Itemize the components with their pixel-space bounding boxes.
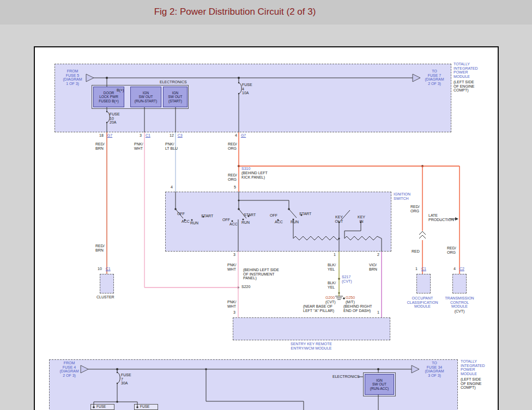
to-fuse7-ref: TO FUSE 7 (DIAGRAM 2 OF 3) [422, 69, 447, 85]
connector-code: G7 [107, 133, 112, 138]
connector-code: C3 [178, 133, 183, 138]
title-bar: Fig 2: Power Distribution Circuit (2 of … [0, 0, 532, 25]
sentry-pin-1: 1 [377, 310, 379, 315]
connector-code: C1 [106, 267, 111, 271]
to-fuse34-ref: TO FUSE 34 (DIAGRAM 3 OF 3) [422, 361, 447, 377]
switch-pos-run: RUN [190, 221, 198, 225]
wire-label-blk-yel-up: BLK/ YEL [328, 263, 336, 271]
sentry-module-label: SENTRY KEY REMOTE ENTRY/WCM MODULE [257, 342, 366, 350]
wire-label-red-org-right: RED/ ORG [410, 205, 420, 213]
fuse4-label: FUSE 4 10A [242, 83, 252, 95]
ign-sw-out-run-start-pin-box: IGN SW OUT (RUN-START) [130, 87, 161, 107]
from-fuse4-ref: FROM FUSE 4 (DIAGRAM 2 OF 3) [57, 361, 82, 377]
late-production-note: LATE PRODUCTION [428, 213, 454, 222]
tcm-box [452, 274, 467, 293]
switch-pos-acc: ACC [182, 219, 190, 224]
wire-label-red-brn-low: RED/ BRN [95, 244, 105, 252]
page: { "header": {"title": "Fig 2: Power Dist… [0, 0, 532, 410]
ign-sw-out-start-pin-box: IGN SW OUT (START) [163, 87, 188, 107]
ign-sw-out-run-acc-pin-box: IGN SW OUT (RUN-ACC) [365, 374, 394, 395]
switch-pos-start: START [299, 212, 311, 216]
switch-pos-run: RUN [241, 221, 250, 225]
sentry-pin-3: 3 [233, 310, 235, 315]
from-fuse5-ref: FROM FUSE 5 (DIAGRAM 1 OF 3) [60, 69, 85, 85]
tipm-pin-18: 18G7 [99, 133, 112, 138]
pin-number: 10 [98, 267, 102, 271]
connector-code: C2 [460, 267, 464, 271]
pin-number: 1 [415, 267, 418, 271]
electronics-label-top: ELECTRONICS [160, 80, 187, 84]
ignition-pin-5: 5 [234, 185, 236, 189]
pin-number: 18 [99, 133, 104, 138]
wire-label-pnk-wht-mid: PNK/ WHT [227, 263, 236, 271]
ground-g200-location: (NEAR BASE OF LEFT "A" PILLAR) [303, 304, 334, 313]
wire-label-pnk-wht-top: PNK/ WHT [134, 142, 143, 150]
ground-g200: G200 [325, 296, 335, 300]
tipm-pin-3: 3C1 [140, 133, 150, 138]
tipm-top-location: (LEFT SIDE OF ENGINE COMPT) [454, 80, 475, 93]
key-in-label: KEY IN [357, 215, 366, 223]
wire-label-pnk-wht-low: PNK/ WHT [227, 300, 236, 308]
splice-s220-location: (BEHIND LEFT SIDE OF INSTRUMENT PANEL) [243, 268, 279, 280]
ignition-switch-label: IGNITION SWITCH [394, 192, 410, 200]
figure-title: Fig 2: Power Distribution Circuit (2 of … [0, 7, 470, 17]
cluster-box [100, 274, 114, 293]
fuse7-label: FUSE 7 30A [121, 373, 131, 385]
switch-pos-start: START [201, 214, 213, 218]
wire-label-pnk-lt-blu: PNK/ LT BLU [165, 142, 178, 150]
switch-pos-acc: ACC [275, 220, 283, 224]
fuse10-label: FUSE 10 20A [110, 112, 120, 125]
connector-code: C1 [421, 267, 426, 271]
fuse-partial-label-2: FUSE [140, 405, 149, 408]
sentry-key-module-box [233, 317, 390, 340]
cluster-pin-10: 10C1 [98, 267, 111, 271]
tipm-bottom-module-box [49, 359, 458, 410]
switch-pos-run: RUN [291, 220, 299, 224]
electronics-label-bottom: ELECTRONICS [332, 375, 360, 379]
splice-s310-location: (BEHIND LEFT KICK PANEL) [241, 171, 268, 179]
connector-code: G7 [241, 133, 246, 138]
switch-pos-acc: ACC [229, 222, 238, 227]
switch-pos-off: OFF [177, 212, 185, 216]
wire-label-blk-yel-low: BLK/ YEL [328, 281, 336, 289]
splice-s310: S310 [241, 167, 250, 171]
key-out-label: KEY OUT [334, 215, 344, 223]
pin-number: 3 [140, 133, 142, 138]
pin-number: 4 [235, 133, 237, 138]
ocm-pin-1: 1C1 [415, 267, 426, 271]
ground-g250-sub: (M/T) [346, 300, 355, 304]
tipm-bottom-name: TOTALLY INTEGRATED POWER MODULE [461, 359, 485, 376]
tipm-pin-12: 12C3 [170, 133, 183, 138]
pin-number: 4 [454, 267, 456, 271]
ocm-box [416, 274, 431, 293]
cluster-label: CLUSTER [96, 295, 114, 299]
fuse-partial-label-1: FUSE [96, 405, 106, 408]
ignition-pin-2: 2 [377, 253, 379, 257]
switch-pos-off: OFF [222, 218, 230, 222]
ground-g250: G250 [346, 296, 355, 300]
tipm-top-name: TOTALLY INTEGRATED POWER MODULE [454, 62, 478, 78]
wire-label-vio-brn: VIO/ BRN [369, 263, 377, 271]
splice-s220: S220 [241, 285, 250, 289]
ground-g250-location: (BEHIND RIGHT END OF DASH) [343, 304, 372, 313]
switch-pos-start: START [244, 213, 256, 217]
wire-label-red-org-tcm: RED/ ORG [447, 246, 456, 254]
ground-g200-sub: (CVT) [325, 300, 336, 304]
ignition-pin-4: 4 [171, 185, 173, 189]
ignition-pin-3: 3 [233, 253, 235, 257]
splice-s217: S217 (CVT) [342, 275, 352, 283]
tipm-pin-4: 4G7 [235, 133, 246, 138]
tcm-pin-4: 4C2 [454, 267, 464, 271]
wire-label-red: RED [412, 249, 420, 254]
tipm-bottom-location: (LEFT SIDE OF ENGINE COMPT) [461, 377, 482, 390]
wire-label-red-brn-top: RED/ BRN [95, 142, 105, 150]
b-plus-label: B(+) [117, 88, 124, 93]
connector-code: C1 [146, 133, 150, 138]
tcm-label: TRANSMISSION CONTROL MODULE [438, 296, 481, 309]
tcm-sub-label: (CVT) [438, 309, 481, 314]
ignition-pin-1: 1 [334, 253, 336, 257]
switch-pos-off: OFF [270, 213, 277, 218]
pin-number: 12 [170, 133, 174, 138]
wire-label-red-org-s310: RED/ ORG [228, 173, 237, 181]
wire-label-red-org-top: RED/ ORG [228, 142, 237, 150]
